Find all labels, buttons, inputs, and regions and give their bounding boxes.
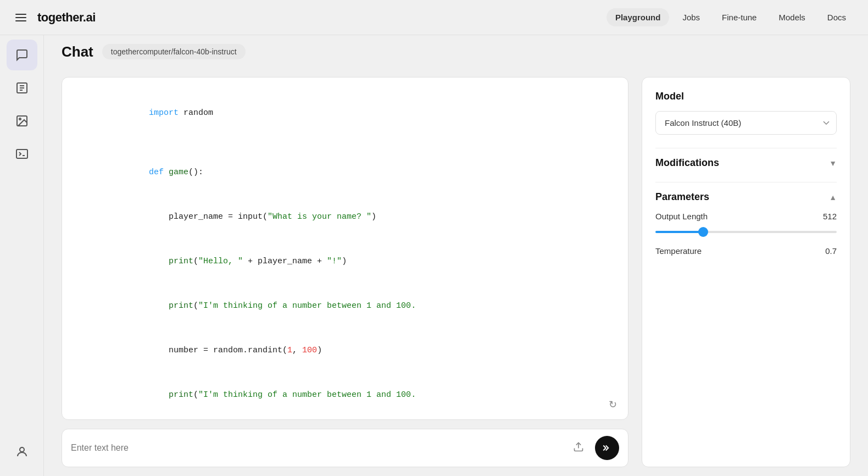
input-area [62,429,628,467]
temperature-value: 0.7 [825,246,837,256]
send-icon [602,443,612,453]
sidebar-item-image[interactable] [7,106,37,136]
output-length-slider-container [655,225,837,235]
divider-1 [655,148,837,148]
app-logo: together.ai [37,10,96,25]
page-header: Chat togethercomputer/falcon-40b-instruc… [44,35,868,68]
sidebar-item-text[interactable] [7,73,37,103]
model-section-header: Model [655,91,837,102]
page-title: Chat [62,43,93,60]
right-panel: Model Falcon Instruct (40B) Falcon Instr… [642,77,850,467]
output-length-slider[interactable] [655,231,837,233]
text-icon [15,81,29,95]
output-length-label: Output Length [655,212,708,221]
code-display: import random def game(): player_name = … [62,77,628,420]
svg-rect-3 [16,150,27,158]
nav-models[interactable]: Models [770,8,814,26]
code-scroll[interactable]: import random def game(): player_name = … [62,78,628,419]
modifications-section-title: Modifications [655,157,719,169]
nav-left: together.ai [13,10,607,25]
parameters-section-title: Parameters [655,191,709,203]
upload-button[interactable] [569,439,588,457]
svg-point-4 [20,447,24,452]
parameters-chevron-icon[interactable]: ▲ [829,193,837,202]
output-length-value: 512 [823,212,837,221]
main-layout: Chat togethercomputer/falcon-40b-instruc… [0,35,868,476]
sidebar-item-chat[interactable] [7,40,37,70]
hamburger-menu[interactable] [13,12,29,24]
nav-finetune[interactable]: Fine-tune [713,8,765,26]
temperature-label: Temperature [655,246,702,256]
chat-container: import random def game(): player_name = … [62,77,628,467]
divider-2 [655,182,837,182]
upload-icon [573,441,584,452]
text-input[interactable] [71,443,562,453]
top-nav: together.ai Playground Jobs Fine-tune Mo… [0,0,868,35]
modifications-section-header: Modifications ▼ [655,157,837,169]
model-select[interactable]: Falcon Instruct (40B) Falcon Instruct (7… [655,111,837,135]
sidebar-item-terminal[interactable] [7,139,37,169]
sidebar-item-profile[interactable] [7,436,37,467]
modifications-section: Modifications ▼ [655,157,837,169]
parameters-section: Parameters ▲ Output Length 512 [655,191,837,256]
send-button[interactable] [595,436,619,460]
nav-jobs[interactable]: Jobs [674,8,709,26]
workspace: import random def game(): player_name = … [44,68,868,476]
nav-right: Playground Jobs Fine-tune Models Docs [607,8,855,26]
terminal-icon [15,147,29,160]
model-badge[interactable]: togethercomputer/falcon-40b-instruct [102,44,246,59]
temperature-row: Temperature 0.7 [655,246,837,256]
image-icon [15,114,29,128]
profile-icon [15,445,29,458]
parameters-section-header: Parameters ▲ [655,191,837,203]
modifications-chevron-icon[interactable]: ▼ [829,159,837,168]
svg-point-2 [19,118,21,120]
content-area: Chat togethercomputer/falcon-40b-instruc… [44,35,868,476]
refresh-button[interactable]: ↻ [607,396,619,413]
right-panel-scroll[interactable]: Model Falcon Instruct (40B) Falcon Instr… [642,78,850,467]
model-section-title: Model [655,91,684,102]
chat-icon [15,48,29,62]
nav-playground[interactable]: Playground [607,8,670,26]
code-block: import random def game(): player_name = … [80,91,610,417]
output-length-row: Output Length 512 [655,212,837,221]
nav-docs[interactable]: Docs [819,8,855,26]
sidebar [0,35,44,476]
model-section: Model Falcon Instruct (40B) Falcon Instr… [655,91,837,135]
